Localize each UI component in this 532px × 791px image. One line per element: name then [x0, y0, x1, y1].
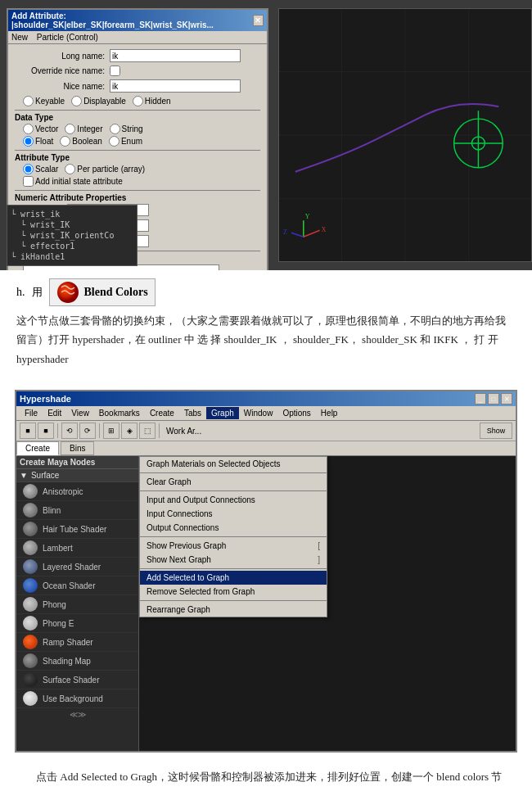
node-ramp-shader[interactable]: Ramp Shader	[16, 633, 138, 652]
remove-selected-item[interactable]: Remove Selected from Graph	[140, 585, 327, 599]
outliner-item-wrist-IK[interactable]: └ wrist_IK	[11, 219, 133, 230]
node-use-background[interactable]: Use Background	[16, 689, 138, 708]
rearrange-graph-item[interactable]: Rearrange Graph	[140, 603, 327, 617]
toolbar-btn-back[interactable]: ⟲	[61, 423, 78, 439]
menu-view[interactable]: View	[66, 407, 94, 419]
node-blinn[interactable]: Blinn	[16, 501, 138, 520]
displayable-radio[interactable]	[71, 96, 82, 106]
close-button[interactable]: ✕	[501, 393, 512, 405]
node-hair-tube[interactable]: Hair Tube Shader	[16, 520, 138, 539]
show-prev-graph-item[interactable]: Show Previous Graph [	[140, 539, 327, 553]
node-phong[interactable]: Phong	[16, 595, 138, 614]
hypershade-window[interactable]: Hypershade _ □ ✕ File Edit View Bookmark…	[15, 390, 517, 753]
blend-colors-button[interactable]: Blend Colors	[49, 278, 156, 306]
node-shading-map[interactable]: Shading Map	[16, 652, 138, 671]
menu-help[interactable]: Help	[316, 407, 343, 419]
dropdown-sep-3	[140, 536, 327, 537]
node-lambert[interactable]: Lambert	[16, 539, 138, 558]
hidden-radio[interactable]	[133, 96, 143, 106]
node-surface-shader[interactable]: Surface Shader	[16, 671, 138, 689]
node-layered-shader[interactable]: Layered Shader	[16, 558, 138, 576]
menu-bookmarks[interactable]: Bookmarks	[94, 407, 145, 419]
content-step-h: h. 用 Blend Colors 这个节点做三套骨骼的切换约束，（大家之需要跟…	[0, 270, 532, 382]
tab-bins[interactable]: Bins	[61, 441, 94, 455]
toolbar-btn-1[interactable]: ■	[20, 423, 36, 439]
dialog-titlebar: Add Attribute: |shoulder_SK|elber_SK|for…	[8, 10, 267, 31]
add-initial-row: Add initial state attribute	[15, 176, 260, 187]
bottom-para-1: 点击 Add Selected to Gragh，这时候骨骼和控制器被添加进来，…	[15, 767, 517, 791]
menu-graph[interactable]: Graph	[206, 407, 239, 419]
node-anisotropic[interactable]: Anisotropic	[16, 482, 138, 501]
output-connections-item[interactable]: Output Connections	[140, 521, 327, 535]
keyable-radio[interactable]	[23, 96, 34, 106]
override-checkbox[interactable]	[110, 66, 120, 76]
show-button[interactable]: Show	[480, 423, 512, 439]
dialog-title: Add Attribute: |shoulder_SK|elber_SK|for…	[11, 11, 253, 29]
nice-name-input[interactable]	[110, 79, 241, 93]
anisotropic-label: Anisotropic	[43, 487, 83, 496]
integer-radio-label: Integer	[65, 124, 102, 134]
menu-window[interactable]: Window	[239, 407, 278, 419]
toolbar-btn-2[interactable]: ■	[38, 423, 54, 439]
dropdown-sep-1	[140, 472, 327, 473]
create-nodes-header: Create Maya Nodes	[16, 456, 138, 469]
input-output-item[interactable]: Input and Output Connections	[140, 493, 327, 507]
graph-panel: Graph Materials on Selected Objects Clea…	[139, 456, 516, 751]
work-area-label: Work Ar...	[166, 427, 201, 436]
add-selected-to-graph-item[interactable]: Add Selected to Graph	[140, 571, 327, 585]
layered-shader-ball	[23, 559, 38, 574]
hypershade-body: Create Maya Nodes ▼ Surface Anisotropic …	[16, 456, 516, 751]
per-particle-radio[interactable]	[65, 164, 75, 174]
outliner-item-effector[interactable]: └ effector1	[11, 241, 133, 251]
attr-type-section: Attribute Type	[15, 150, 260, 162]
graph-dropdown-menu[interactable]: Graph Materials on Selected Objects Clea…	[139, 456, 327, 617]
vector-radio[interactable]	[23, 124, 34, 134]
maya-screenshot-top: Add Attribute: |shoulder_SK|elber_SK|for…	[0, 0, 532, 270]
menu-edit[interactable]: Edit	[43, 407, 66, 419]
clear-graph-item[interactable]: Clear Graph	[140, 475, 327, 489]
outliner-item-ikhandle[interactable]: └ ikHandle1	[11, 251, 133, 262]
add-initial-checkbox[interactable]	[23, 176, 34, 187]
svg-text:X: X	[322, 226, 327, 233]
hypershade-menubar: File Edit View Bookmarks Create Tabs Gra…	[16, 406, 516, 421]
toolbar-btn-forward[interactable]: ⟳	[79, 423, 96, 439]
menu-create[interactable]: Create	[145, 407, 179, 419]
ramp-shader-ball	[23, 635, 38, 649]
phong-ball	[23, 597, 38, 612]
enum-radio[interactable]	[109, 136, 119, 147]
node-phong-e[interactable]: Phong E	[16, 614, 138, 633]
menu-tabs[interactable]: Tabs	[179, 407, 206, 419]
dialog-close-button[interactable]: ✕	[253, 15, 264, 26]
input-connections-item[interactable]: Input Connections	[140, 507, 327, 521]
long-name-input[interactable]	[110, 49, 241, 62]
nice-name-label: Nice name:	[15, 82, 105, 91]
toolbar-btn-view[interactable]: ⬚	[139, 423, 156, 439]
string-radio[interactable]	[110, 124, 120, 134]
tab-create[interactable]: Create	[16, 441, 59, 455]
show-next-graph-item[interactable]: Show Next Graph ]	[140, 553, 327, 567]
integer-radio[interactable]	[65, 124, 75, 134]
toolbar-sep-3	[159, 423, 160, 438]
maximize-button[interactable]: □	[488, 393, 499, 405]
dialog-menu-particle[interactable]: Particle (Control)	[37, 33, 98, 42]
minimize-button[interactable]: _	[475, 393, 486, 405]
boolean-radio[interactable]	[60, 136, 70, 147]
menu-options[interactable]: Options	[277, 407, 315, 419]
dialog-menu-new[interactable]: New	[11, 33, 28, 42]
float-radio[interactable]	[23, 136, 34, 147]
toolbar-btn-grid[interactable]: ⊞	[103, 423, 119, 439]
lambert-ball	[23, 540, 38, 555]
scalar-radio[interactable]	[23, 164, 34, 174]
vector-radio-label: Vector	[23, 124, 58, 134]
node-ocean-shader[interactable]: Ocean Shader	[16, 576, 138, 595]
graph-materials-item[interactable]: Graph Materials on Selected Objects	[140, 457, 327, 471]
step-h-desc-text: 这个节点做三套骨骼的切换约束，（大家之需要跟着做就可以了，原理也很很简单，不明白…	[16, 314, 506, 365]
hair-tube-label: Hair Tube Shader	[43, 525, 106, 534]
data-type-section: Data Type	[15, 110, 260, 122]
menu-file[interactable]: File	[20, 407, 43, 419]
displayable-radio-label: Displayable	[71, 96, 126, 106]
blend-colors-icon	[56, 281, 79, 304]
toolbar-btn-fit[interactable]: ◈	[121, 423, 138, 439]
outliner-item-orientco[interactable]: └ wrist_IK_orientCo	[11, 230, 133, 241]
outliner-item-wrist-ik[interactable]: └ wrist_ik	[11, 209, 133, 219]
